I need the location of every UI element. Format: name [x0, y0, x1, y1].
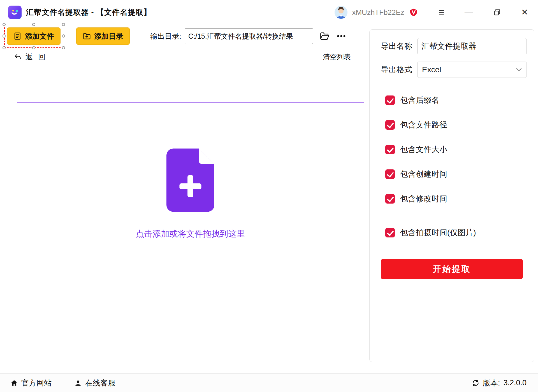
include-options-group: 包含后缀名 包含文件路径 包含文件大小 包含创建时间 包含修改时间 — [377, 95, 527, 204]
version-value: 3.2.0.0 — [503, 379, 527, 387]
dropzone-hint: 点击添加或将文件拖拽到这里 — [136, 228, 245, 240]
option-include-size[interactable]: 包含文件大小 — [377, 144, 527, 155]
checkbox-checked[interactable] — [385, 169, 395, 179]
checkbox-checked[interactable] — [385, 120, 395, 130]
title-bar: 汇帮文件名提取器 - 【文件名提取】 xMUzhTFb22Ez ≡ — — [0, 0, 538, 24]
browse-folder-button[interactable] — [320, 32, 330, 41]
selection-handle — [62, 46, 65, 49]
add-file-selection: 添加文件 — [7, 27, 61, 45]
online-service-link[interactable]: 在线客服 — [63, 374, 127, 392]
sub-toolbar: 返 回 清空列表 — [0, 51, 364, 62]
content-area: 点击添加或将文件拖拽到这里 — [0, 62, 364, 373]
window-title: 汇帮文件名提取器 - 【文件名提取】 — [26, 7, 151, 17]
option-include-created-time[interactable]: 包含创建时间 — [377, 169, 527, 180]
more-options-button[interactable] — [337, 34, 346, 38]
checkbox-checked[interactable] — [385, 194, 395, 204]
checkbox-checked[interactable] — [385, 228, 395, 237]
output-dir-input[interactable] — [185, 28, 313, 44]
option-include-modified-time[interactable]: 包含修改时间 — [377, 193, 527, 204]
export-name-input[interactable] — [417, 38, 527, 54]
user-avatar[interactable] — [335, 6, 347, 19]
options-divider — [370, 217, 534, 217]
main-area: 添加文件 添加目录 — [0, 24, 364, 373]
settings-card: 导出名称 导出格式 Excel 包含后缀名 — [369, 29, 534, 362]
selection-handle — [32, 23, 35, 26]
status-bar: 官方网站 在线客服 版本: 3.2.0.0 — [0, 373, 538, 392]
option-include-path[interactable]: 包含文件路径 — [377, 119, 527, 130]
output-dir-label: 输出目录: — [150, 31, 181, 41]
chevron-down-icon — [516, 68, 522, 72]
person-icon — [74, 379, 82, 387]
checkbox-checked[interactable] — [385, 145, 395, 154]
app-logo-icon — [8, 6, 22, 19]
start-extract-button[interactable]: 开始提取 — [381, 259, 523, 279]
selection-handle — [3, 46, 6, 49]
export-name-label: 导出名称 — [381, 41, 412, 52]
settings-sidebar: 导出名称 导出格式 Excel 包含后缀名 — [364, 24, 538, 373]
add-file-button[interactable]: 添加文件 — [7, 27, 61, 45]
add-file-purple-icon — [166, 148, 214, 212]
option-include-shot-time[interactable]: 包含拍摄时间(仅图片) — [377, 227, 527, 238]
vip-badge-icon[interactable] — [409, 8, 418, 17]
version-label: 版本: — [483, 378, 500, 388]
close-button[interactable]: ✕ — [521, 8, 528, 17]
maximize-button[interactable] — [493, 8, 501, 16]
selection-handle — [32, 46, 35, 49]
export-format-label: 导出格式 — [381, 64, 412, 75]
selection-handle — [62, 23, 65, 26]
version-info: 版本: 3.2.0.0 — [472, 378, 538, 388]
undo-arrow-icon — [14, 53, 22, 60]
option-include-extension[interactable]: 包含后缀名 — [377, 95, 527, 106]
add-directory-button[interactable]: 添加目录 — [76, 27, 130, 45]
selection-handle — [62, 34, 65, 38]
selection-handle — [3, 23, 6, 26]
menu-button[interactable]: ≡ — [439, 7, 444, 17]
home-icon — [10, 379, 18, 387]
checkbox-checked[interactable] — [385, 95, 395, 105]
back-button[interactable]: 返 回 — [14, 52, 47, 62]
file-dropzone[interactable]: 点击添加或将文件拖拽到这里 — [17, 102, 364, 338]
toolbar: 添加文件 添加目录 — [0, 27, 364, 45]
refresh-icon[interactable] — [472, 379, 479, 387]
username-label: xMUzhTFb22Ez — [352, 8, 404, 17]
official-site-link[interactable]: 官方网站 — [0, 374, 63, 392]
minimize-button[interactable]: — — [465, 8, 473, 17]
add-file-icon — [13, 32, 22, 40]
export-format-select[interactable]: Excel — [417, 62, 527, 78]
selection-handle — [3, 34, 6, 38]
clear-list-button[interactable]: 清空列表 — [323, 52, 351, 62]
add-folder-icon — [83, 32, 91, 40]
